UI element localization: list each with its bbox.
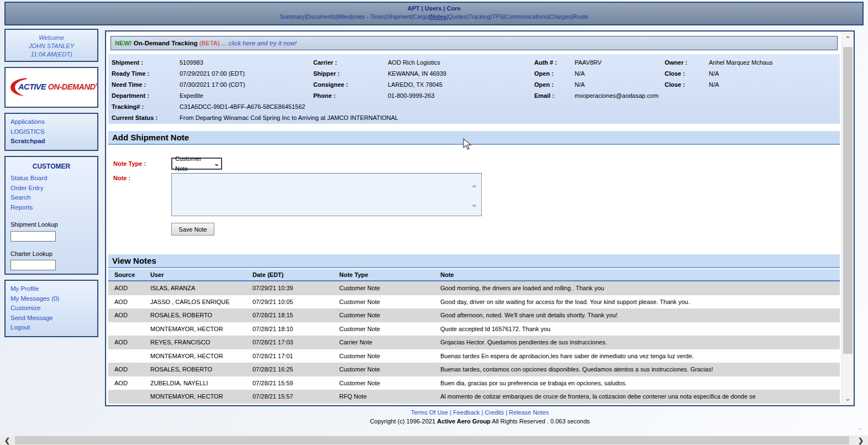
footer-link[interactable]: Terms Of Use <box>411 409 448 416</box>
top-nav-primary: APTUsersCore <box>6 5 862 12</box>
cell-user: MONTEMAYOR, HECTOR <box>150 326 252 332</box>
textarea-scroll-down-icon[interactable]: ⌄ <box>471 201 478 207</box>
top-nav-tab[interactable]: Cargo <box>412 13 429 20</box>
shipment-field: Carrier :AOD Rich Logistics <box>313 57 446 68</box>
profile-menu-link[interactable]: Send Message <box>10 313 92 323</box>
top-nav-tab[interactable]: Communications <box>503 13 548 20</box>
scroll-down-icon[interactable]: ⌄ <box>842 391 854 405</box>
vertical-scrollbar-thumb[interactable] <box>843 47 853 354</box>
textarea-scroll-up-icon[interactable]: ⌃ <box>471 185 478 192</box>
cell-date: 07/28/21 17:03 <box>252 339 339 345</box>
tracking-promo-banner: NEW! On-Demand Tracking (BETA) ... click… <box>111 36 838 50</box>
cell-user: ZUBELDIA, NAYELLI <box>150 380 252 386</box>
notes-table-header: SourceUserDate (EDT)Note TypeNote <box>108 269 840 281</box>
save-note-button[interactable]: Save Note <box>171 223 214 235</box>
scroll-up-icon[interactable]: ⌃ <box>842 32 854 46</box>
cell-source: AOD <box>114 312 150 318</box>
table-row[interactable]: AOD REYES, FRANCISCO 07/28/21 17:03 Carr… <box>108 336 840 349</box>
cell-note-type: Customer Note <box>339 326 440 332</box>
horizontal-scrollbar[interactable]: ❮ ❯ <box>0 436 868 445</box>
shipment-details-col3: Auth # :PAAV8RVOpen :N/AOpen :N/AEmail :… <box>534 57 659 101</box>
customer-menu-link[interactable]: Search <box>10 193 92 203</box>
shipment-field: Close :N/A <box>665 68 773 79</box>
scroll-left-icon[interactable]: ❮ <box>0 436 14 445</box>
horizontal-scrollbar-thumb[interactable] <box>15 436 849 444</box>
sidebar-menu-link[interactable]: LOGISTICS <box>10 127 92 137</box>
table-row[interactable]: AOD ROSALES, ROBERTO 07/28/21 16:25 Cust… <box>108 363 840 376</box>
cell-note: Good morning, the drivers are loaded and… <box>440 285 840 291</box>
footer-link[interactable]: Credits <box>480 409 504 416</box>
field-value: KEWANNA, IN 46939 <box>388 70 446 77</box>
profile-menu-link[interactable]: My Profile <box>10 284 92 294</box>
top-nav-tab[interactable]: Summary <box>280 13 304 20</box>
banner-title: On-Demand Tracking <box>132 40 199 46</box>
customer-menu-link[interactable]: Order Entry <box>10 184 92 193</box>
field-label: Consignee : <box>313 81 388 88</box>
top-nav-tab[interactable]: Route <box>571 13 588 20</box>
cell-note-type: Customer Note <box>339 353 440 359</box>
main-content: NEW! On-Demand Tracking (BETA) ... click… <box>106 32 841 405</box>
profile-menu-link[interactable]: My Messages (0) <box>10 294 92 304</box>
table-row[interactable]: AOD ZUBELDIA, NAYELLI 07/28/21 15:59 Cus… <box>108 376 840 390</box>
sidebar-menu-applications: ApplicationsLOGISTICSScratchpad <box>4 113 98 151</box>
shipment-field: Auth # :PAAV8RV <box>534 57 659 68</box>
customer-menu-link[interactable]: Reports <box>10 203 92 213</box>
table-row[interactable]: AOD ISLAS, ARANZA 07/29/21 10:39 Custome… <box>108 281 840 295</box>
sidebar-menu-link[interactable]: Scratchpad <box>10 137 92 146</box>
cell-user: ISLAS, ARANZA <box>150 285 252 291</box>
note-type-selected-value: Customer Note <box>175 154 214 174</box>
top-nav-primary-link[interactable]: APT <box>407 5 419 12</box>
add-shipment-note-header: Add Shipment Note <box>108 131 840 145</box>
charter-lookup-input[interactable] <box>10 260 56 270</box>
footer-link[interactable]: Release Notes <box>504 409 549 416</box>
profile-menu-link[interactable]: Logout <box>10 323 92 333</box>
field-label: Email : <box>534 92 575 99</box>
field-value: LAREDO, TX 78045 <box>388 81 443 88</box>
top-nav-tab[interactable]: TPS <box>490 13 503 20</box>
logo-text-active: ACTIVE <box>18 82 46 91</box>
note-textarea[interactable] <box>171 173 482 216</box>
table-row[interactable]: MONTEMAYOR, HECTOR 07/28/21 15:57 RFQ No… <box>108 390 840 404</box>
table-row[interactable]: MONTEMAYOR, HECTOR 07/28/21 17:01 Custom… <box>108 349 840 363</box>
field-label: Current Status : <box>112 114 180 121</box>
footer-link[interactable]: Feedback <box>448 409 480 416</box>
field-label: Tracking# : <box>112 103 180 110</box>
main-panel: NEW! On-Demand Tracking (BETA) ... click… <box>105 30 855 406</box>
cell-note-type: Customer Note <box>339 312 440 318</box>
top-nav-primary-link[interactable]: Users <box>419 5 441 12</box>
top-nav-tab[interactable]: Notes <box>429 13 446 20</box>
top-nav-primary-link[interactable]: Core <box>441 5 460 12</box>
table-row[interactable]: AOD ROSALES, ROBERTO 07/28/21 18:15 Cust… <box>108 308 840 322</box>
table-row[interactable]: AOD JASSO , CARLOS ENRIQUE 07/29/21 10:0… <box>108 295 840 309</box>
field-label: Need Time : <box>112 81 180 88</box>
logo-text-ondemand: ON-DEMAND <box>48 82 96 91</box>
field-value: Expedite <box>180 92 203 99</box>
view-notes-header: View Notes <box>108 254 840 268</box>
scroll-right-icon[interactable]: ❯ <box>854 436 868 445</box>
cell-date: 07/29/21 10:05 <box>252 299 339 305</box>
top-nav-tab[interactable]: Charges <box>548 13 571 20</box>
shipment-lookup-input[interactable] <box>10 231 56 242</box>
table-row[interactable]: MONTEMAYOR, HECTOR 07/28/21 18:10 Custom… <box>108 322 840 336</box>
field-value: N/A <box>709 70 719 77</box>
customer-menu-link[interactable]: Status Board <box>10 174 92 184</box>
top-nav-tab[interactable]: Quotes <box>446 13 467 20</box>
cell-source: AOD <box>114 339 150 345</box>
top-nav-tab[interactable]: Tracking <box>467 13 491 20</box>
note-type-select[interactable]: Customer Note ⌄ <box>171 158 222 170</box>
shipment-field: Current Status :From Departing Winamac C… <box>112 112 398 123</box>
banner-try-link[interactable]: ... click here and try it now! <box>220 40 297 46</box>
footer: Terms Of UseFeedbackCreditsRelease Notes… <box>105 408 855 426</box>
shipment-lookup-label: Shipment Lookup <box>10 220 92 230</box>
page-scroll-down-icon[interactable]: ⌄ <box>857 423 864 432</box>
field-value: PAAV8RV <box>575 59 602 66</box>
top-nav-tab[interactable]: Shipment <box>385 13 411 20</box>
cell-user: REYES, FRANCISCO <box>150 339 252 345</box>
sidebar-menu-link[interactable]: Applications <box>10 117 92 127</box>
sidebar: Welcome JOHN STANLEY 11:04 AM(EDT) ACTIV… <box>4 29 98 342</box>
field-label: Auth # : <box>534 59 575 66</box>
top-nav-tab[interactable]: Documents <box>304 13 335 20</box>
profile-menu-link[interactable]: Customize <box>10 303 92 313</box>
main-vertical-scrollbar[interactable]: ⌃ ⌄ <box>841 32 854 405</box>
top-nav-tab[interactable]: Milestones - Times <box>335 13 385 20</box>
